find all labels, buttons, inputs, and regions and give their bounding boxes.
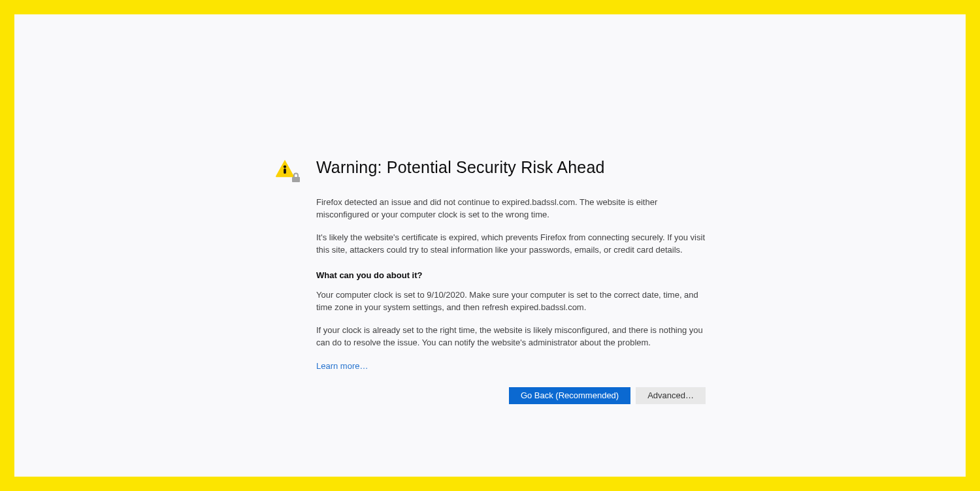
- learn-more-link[interactable]: Learn more…: [316, 361, 368, 371]
- description-paragraph-2: It's likely the website's certificate is…: [316, 232, 706, 257]
- lock-icon: [291, 172, 301, 183]
- advanced-button[interactable]: Advanced…: [636, 387, 706, 404]
- error-page: Warning: Potential Security Risk Ahead F…: [14, 14, 966, 477]
- clock-paragraph: Your computer clock is set to 9/10/2020.…: [316, 289, 706, 314]
- description-paragraph-1: Firefox detected an issue and did not co…: [316, 197, 706, 221]
- svg-point-0: [284, 165, 286, 168]
- svg-rect-1: [284, 168, 286, 174]
- content-wrapper: Warning: Potential Security Risk Ahead F…: [274, 158, 706, 477]
- warning-icon-container: [274, 158, 299, 184]
- misconfig-paragraph: If your clock is already set to the righ…: [316, 325, 706, 349]
- text-content: Warning: Potential Security Risk Ahead F…: [316, 158, 706, 477]
- go-back-button[interactable]: Go Back (Recommended): [509, 387, 630, 404]
- svg-rect-2: [292, 177, 300, 182]
- button-row: Go Back (Recommended) Advanced…: [316, 387, 706, 404]
- page-title: Warning: Potential Security Risk Ahead: [316, 158, 706, 177]
- subheading: What can you do about it?: [316, 270, 706, 280]
